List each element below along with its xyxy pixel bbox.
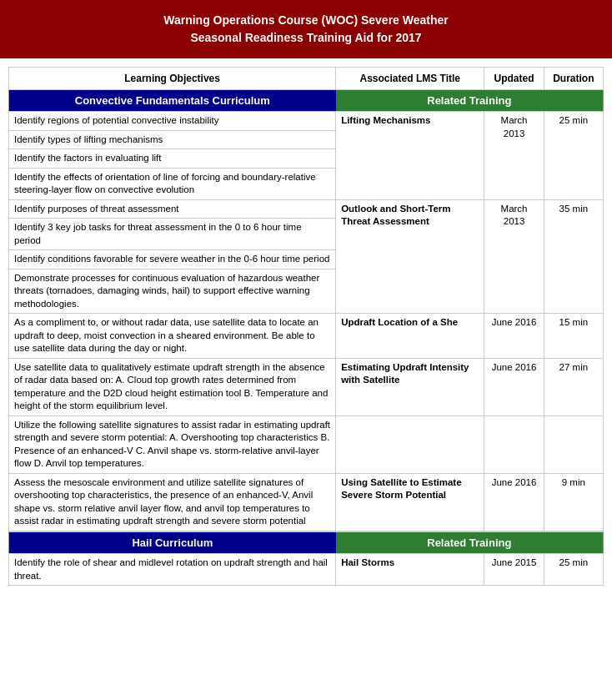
learning-obj-cell: Identify 3 key job tasks for threat asse… — [9, 219, 336, 250]
lms-title-cell: Updraft Location of a She — [336, 314, 484, 359]
updated-cell — [484, 415, 544, 473]
col-learning-obj: Learning Objectives — [9, 68, 336, 90]
header: Warning Operations Course (WOC) Severe W… — [0, 0, 612, 58]
table-row: Use satellite data to qualitatively esti… — [9, 358, 604, 415]
table-row: Identify purposes of threat assessmentOu… — [9, 199, 604, 219]
learning-obj-cell: Identify conditions favorable for severe… — [9, 250, 336, 269]
lms-title-cell: Using Satellite to Estimate Severe Storm… — [336, 473, 484, 531]
column-headers: Learning Objectives Associated LMS Title… — [9, 68, 604, 90]
lms-title-cell: Hail Storms — [336, 554, 484, 586]
learning-obj-cell: Use satellite data to qualitatively esti… — [9, 358, 336, 415]
duration-cell: 25 min — [544, 112, 603, 200]
lms-title-cell — [336, 415, 484, 473]
duration-cell: 15 min — [544, 314, 603, 359]
duration-cell: 25 min — [544, 554, 603, 586]
learning-obj-cell: Assess the mesoscale environment and uti… — [9, 473, 336, 531]
section-header-hail: Hail CurriculumRelated Training — [9, 532, 604, 554]
updated-cell: March 2013 — [484, 199, 544, 314]
table-row: Utilize the following satellite signatur… — [9, 415, 604, 473]
lms-title-cell: Estimating Updraft Intensity with Satell… — [336, 358, 484, 415]
section-left-header-convective: Convective Fundamentals Curriculum — [9, 90, 336, 112]
table-row: Identify regions of potential convective… — [9, 112, 604, 131]
section-header-convective: Convective Fundamentals CurriculumRelate… — [9, 90, 604, 112]
learning-obj-cell: Identify purposes of threat assessment — [9, 199, 336, 219]
header-line2: Seasonal Readiness Training Aid for 2017 — [17, 29, 595, 47]
duration-cell: 9 min — [544, 473, 603, 531]
lms-title-cell: Lifting Mechanisms — [336, 112, 484, 200]
section-right-header-hail: Related Training — [336, 532, 604, 554]
table-row: Identify the role of shear and midlevel … — [9, 554, 604, 586]
learning-obj-cell: Identify the factors in evaluating lift — [9, 149, 336, 169]
duration-cell: 27 min — [544, 358, 603, 415]
table-row: Assess the mesoscale environment and uti… — [9, 473, 604, 531]
col-updated: Updated — [484, 68, 544, 90]
updated-cell: June 2015 — [484, 554, 544, 586]
section-right-header-convective: Related Training — [336, 90, 604, 112]
header-line1: Warning Operations Course (WOC) Severe W… — [17, 12, 595, 29]
learning-obj-cell: Identify regions of potential convective… — [9, 112, 336, 131]
updated-cell: March 2013 — [484, 112, 544, 200]
learning-obj-cell: Demonstrate processes for continuous eva… — [9, 269, 336, 314]
updated-cell: June 2016 — [484, 358, 544, 415]
main-table: Learning Objectives Associated LMS Title… — [8, 67, 604, 586]
learning-obj-cell: Identify the role of shear and midlevel … — [9, 554, 336, 586]
learning-obj-cell: Identify types of lifting mechanisms — [9, 130, 336, 149]
table-container: Learning Objectives Associated LMS Title… — [0, 58, 612, 594]
updated-cell: June 2016 — [484, 473, 544, 531]
learning-obj-cell: As a compliment to, or without radar dat… — [9, 314, 336, 359]
table-row: As a compliment to, or without radar dat… — [9, 314, 604, 359]
col-lms: Associated LMS Title — [336, 68, 484, 90]
updated-cell: June 2016 — [484, 314, 544, 359]
duration-cell: 35 min — [544, 199, 603, 314]
learning-obj-cell: Identify the effects of orientation of l… — [9, 168, 336, 199]
learning-obj-cell: Utilize the following satellite signatur… — [9, 415, 336, 473]
section-left-header-hail: Hail Curriculum — [9, 532, 336, 554]
duration-cell — [544, 415, 603, 473]
lms-title-cell: Outlook and Short-Term Threat Assessment — [336, 199, 484, 314]
col-duration: Duration — [544, 68, 603, 90]
